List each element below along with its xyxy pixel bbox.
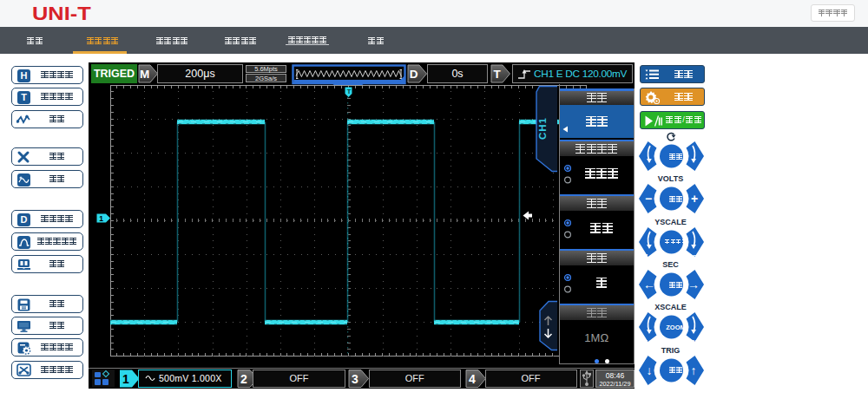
svg-text:↓: ↓: [647, 363, 653, 377]
svg-text:−: −: [645, 192, 652, 206]
svg-text:T: T: [346, 87, 351, 95]
svg-text:1: 1: [99, 213, 103, 222]
svg-text:M: M: [140, 68, 149, 81]
svg-text:D: D: [410, 68, 418, 81]
svg-text:T: T: [493, 68, 501, 81]
svg-text:4: 4: [469, 372, 476, 386]
svg-text:V: V: [643, 252, 648, 260]
svg-text:CH1: CH1: [537, 117, 548, 140]
svg-text:←: ←: [643, 278, 655, 291]
svg-text:s: s: [644, 337, 648, 345]
svg-text:2: 2: [240, 372, 247, 386]
svg-text:3: 3: [352, 372, 358, 386]
svg-text:1: 1: [122, 372, 129, 386]
